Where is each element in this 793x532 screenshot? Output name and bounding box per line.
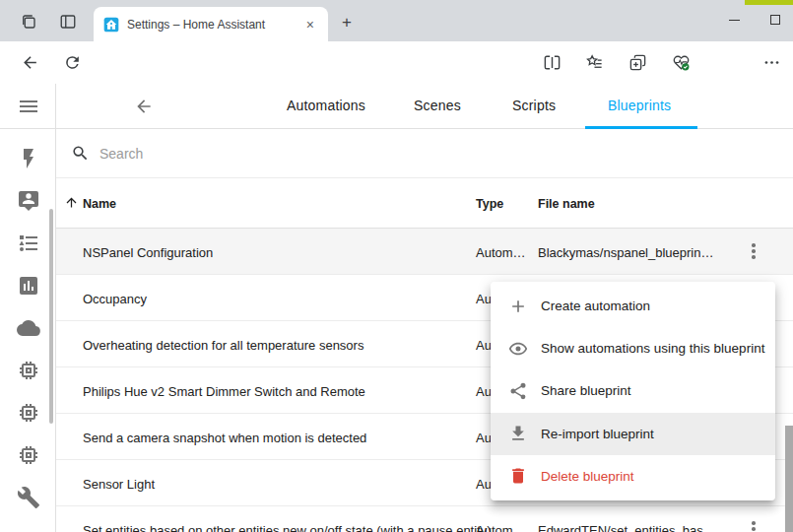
row-overflow-menu-icon[interactable] — [745, 241, 762, 261]
tab-actions-icon[interactable] — [59, 13, 77, 31]
plus-icon — [508, 297, 528, 316]
tab-title: Settings – Home Assistant — [127, 18, 302, 32]
refresh-icon[interactable] — [63, 53, 82, 72]
logbook-icon[interactable] — [17, 232, 40, 255]
back-arrow-icon[interactable] — [134, 97, 154, 116]
row-name: Set entities based on other entities new… — [83, 523, 492, 532]
back-icon[interactable] — [21, 53, 39, 72]
sidebar-scrollbar[interactable] — [49, 209, 53, 424]
ha-page: Automations Scenes Scripts Blueprints ? … — [0, 84, 793, 532]
tab-scripts[interactable]: Scripts — [512, 98, 556, 113]
tab-blueprints[interactable]: Blueprints — [608, 98, 671, 113]
menu-item-label: Re-import blueprint — [541, 427, 654, 441]
browser-tab-active[interactable]: Settings – Home Assistant × — [94, 7, 328, 41]
column-header-file[interactable]: File name — [538, 197, 595, 211]
new-tab-button[interactable]: + — [338, 15, 356, 33]
column-header-name[interactable]: Name — [83, 197, 116, 211]
maximize-icon — [770, 15, 780, 25]
download-icon — [508, 424, 528, 443]
tools-icon[interactable] — [17, 486, 40, 509]
row-context-menu: Create automation Show automations using… — [491, 282, 775, 500]
tab-scenes[interactable]: Scenes — [414, 98, 461, 113]
menu-item-share-blueprint[interactable]: Share blueprint — [491, 369, 775, 412]
workspaces-icon[interactable] — [20, 13, 37, 31]
menu-item-label: Share blueprint — [541, 383, 631, 398]
browser-tab-strip: Settings – Home Assistant × + — [0, 0, 793, 41]
sort-ascending-icon[interactable] — [64, 195, 79, 210]
menu-item-show-automations[interactable]: Show automations using this blueprint — [491, 327, 775, 369]
history-icon[interactable] — [17, 274, 40, 298]
row-name: Send a camera snapshot when motion is de… — [83, 431, 366, 445]
search-bar — [56, 129, 793, 178]
ha-sidebar — [0, 84, 56, 532]
tab-close-icon[interactable]: × — [302, 17, 318, 33]
more-menu-icon[interactable] — [762, 53, 781, 72]
menu-item-label: Show automations using this blueprint — [541, 341, 764, 356]
menu-icon[interactable] — [17, 95, 40, 118]
maximize-button[interactable] — [763, 10, 787, 30]
browser-toolbar: Not secure homeassistant.local:8123/... … — [0, 41, 793, 84]
table-row[interactable]: NSPanel Configuration Autom… Blackymas/n… — [56, 229, 793, 275]
minimize-icon — [729, 20, 740, 21]
column-header-type[interactable]: Type — [476, 197, 503, 211]
row-overflow-menu-icon[interactable] — [745, 519, 762, 532]
ha-header: Automations Scenes Scripts Blueprints ? — [56, 84, 793, 129]
chip-icon[interactable] — [17, 443, 40, 467]
screen-edge-strip — [745, 0, 793, 5]
energy-icon[interactable] — [17, 147, 40, 170]
chip-icon[interactable] — [17, 401, 40, 425]
sidebar-divider — [0, 128, 56, 129]
menu-item-create-automation[interactable]: Create automation — [491, 285, 775, 327]
row-file: EdwardTEN/set_entities_bas… — [538, 523, 716, 532]
menu-item-reimport-blueprint[interactable]: Re-import blueprint — [491, 413, 775, 455]
trash-icon — [508, 466, 528, 486]
search-input[interactable] — [99, 146, 691, 162]
eye-icon — [508, 339, 528, 359]
browser-essentials-icon[interactable] — [672, 53, 691, 72]
browser-window: Settings – Home Assistant × + Not secure… — [0, 0, 793, 532]
page-scrollbar[interactable] — [785, 426, 793, 532]
minimize-button[interactable] — [722, 10, 746, 30]
share-icon — [508, 381, 528, 401]
map-icon[interactable] — [17, 189, 40, 213]
menu-item-label: Delete blueprint — [541, 469, 634, 484]
row-type: Autom… — [476, 523, 526, 532]
tab-automations[interactable]: Automations — [287, 98, 365, 113]
search-icon — [71, 144, 90, 163]
table-row[interactable]: Set entities based on other entities new… — [56, 506, 793, 532]
chip-icon[interactable] — [17, 359, 40, 382]
row-name: Occupancy — [83, 292, 147, 306]
cloud-icon[interactable] — [17, 316, 40, 340]
row-name: Sensor Light — [83, 477, 155, 492]
duplicate-tab-icon[interactable] — [628, 53, 647, 72]
split-screen-icon[interactable] — [543, 53, 562, 72]
row-type: Autom… — [476, 245, 526, 260]
collections-icon[interactable] — [585, 53, 604, 72]
menu-item-label: Create automation — [541, 299, 650, 313]
menu-item-delete-blueprint[interactable]: Delete blueprint — [491, 455, 775, 498]
row-name: Overheating detection for all temperatur… — [83, 338, 363, 353]
table-header: Name Type File name — [56, 178, 793, 229]
home-assistant-favicon — [103, 17, 119, 33]
row-name: Philips Hue v2 Smart Dimmer Switch and R… — [83, 384, 365, 399]
row-file: Blackymas/nspanel_blueprin… — [538, 245, 713, 260]
row-name: NSPanel Configuration — [83, 245, 213, 260]
